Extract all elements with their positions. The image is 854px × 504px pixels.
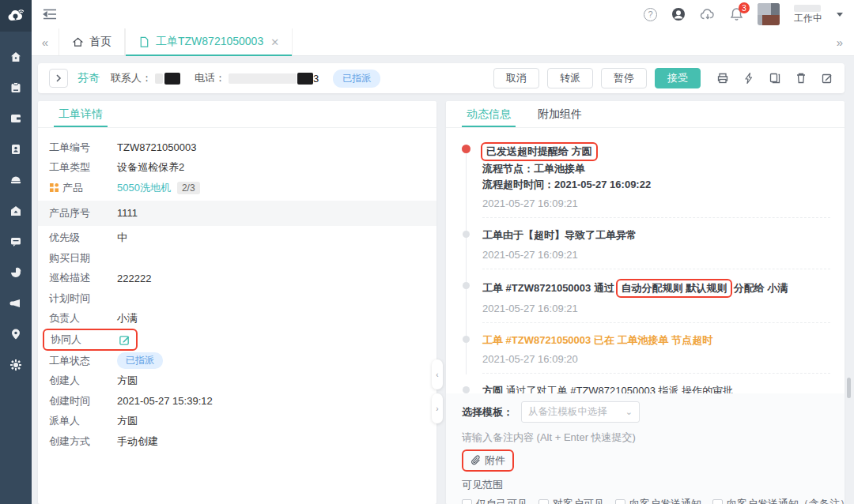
- tab-addons[interactable]: 附加组件: [538, 101, 582, 127]
- timeline-dot: [463, 336, 470, 343]
- checkbox[interactable]: [538, 499, 549, 504]
- copy-icon[interactable]: [769, 72, 781, 85]
- sidebar-collapse-icon[interactable]: [43, 8, 57, 21]
- field-value: 设备巡检保养2: [117, 160, 184, 175]
- field-row: 产品序号1111: [38, 201, 436, 226]
- order-status-badge: 已指派: [333, 70, 380, 88]
- sidebar-item-home[interactable]: [0, 41, 32, 72]
- action-button[interactable]: 取消: [493, 68, 539, 88]
- timeline-detail-line: 流程节点：工单池接单: [482, 161, 830, 177]
- sidebar-item-service-desk[interactable]: [0, 164, 32, 195]
- annotation-box: 自动分配规则 默认规则: [616, 279, 733, 298]
- annotation-box: 协同人: [43, 329, 138, 351]
- visibility-checkbox-option[interactable]: 向客户发送通知（含备注）: [712, 497, 845, 504]
- field-row: 巡检描述222222: [38, 269, 436, 289]
- visibility-checkbox-option[interactable]: 向客户发送通知: [615, 497, 701, 504]
- checkbox-label: 仅自己可见: [476, 497, 527, 504]
- action-button[interactable]: 转派: [547, 68, 593, 88]
- sidebar-item-customer-card[interactable]: [0, 134, 32, 164]
- help-icon[interactable]: ?: [644, 8, 657, 21]
- timeline-dot: [463, 282, 470, 289]
- delete-icon[interactable]: [795, 72, 807, 85]
- edit-collaborator-icon[interactable]: [119, 334, 130, 346]
- field-row: 优先级中: [38, 228, 436, 249]
- settings-icon: [9, 359, 22, 371]
- tab-activity-info[interactable]: 动态信息: [467, 101, 511, 127]
- document-icon: [138, 36, 150, 48]
- timeline-item: 工单 #TZW8721050003 已在 工单池接单 节点超时2021-05-2…: [482, 329, 830, 374]
- field-value: TZW8721050003: [117, 141, 196, 153]
- contact-label: 联系人：: [111, 71, 152, 85]
- chevron-down-icon: ⌄: [625, 407, 633, 417]
- field-value: 2021-05-27 15:39:12: [117, 395, 213, 407]
- visibility-checkbox-option[interactable]: 对客户可见: [538, 497, 604, 504]
- checkbox[interactable]: [615, 499, 625, 504]
- panel-splitter-collapse-right[interactable]: ›: [432, 393, 443, 423]
- field-label: 产品序号: [49, 206, 90, 220]
- sidebar-item-workbench[interactable]: [0, 103, 32, 134]
- template-label: 选择模板：: [462, 405, 513, 419]
- visibility-checkbox-option[interactable]: 仅自己可见: [462, 497, 527, 504]
- checkbox[interactable]: [712, 499, 723, 504]
- field-row: 购买日期: [38, 248, 436, 269]
- field-label: 负责人: [49, 311, 80, 325]
- home-icon: [72, 36, 84, 48]
- accept-button[interactable]: 接受: [655, 68, 701, 88]
- page-tab-label: 首页: [89, 35, 111, 49]
- edit-icon[interactable]: [821, 72, 833, 85]
- expand-detail-icon[interactable]: [49, 69, 68, 88]
- activity-panel: 动态信息附加组件 已发送超时提醒给 方圆流程节点：工单池接单流程超时时间：202…: [446, 101, 845, 504]
- user-status: 工作中: [794, 13, 822, 24]
- sidebar-item-message[interactable]: [0, 226, 32, 257]
- tabs-scroll-right-icon[interactable]: »: [837, 28, 854, 55]
- field-value: 小满: [117, 311, 138, 325]
- field-row: 工单状态已指派: [38, 351, 436, 371]
- field-label: 工单状态: [49, 354, 90, 368]
- panel-splitter-collapse-left[interactable]: ‹: [432, 359, 443, 389]
- sidebar-item-settings[interactable]: [0, 349, 32, 380]
- field-value: 中: [117, 231, 127, 245]
- paperclip-icon: [470, 455, 481, 466]
- caret-down-icon[interactable]: [837, 13, 843, 17]
- sidebar-item-analytics[interactable]: [0, 257, 32, 288]
- timeline-dot: [463, 231, 470, 238]
- page-tab-home[interactable]: 首页: [59, 28, 125, 55]
- template-select[interactable]: 从备注模板中选择 ⌄: [521, 401, 640, 423]
- field-row: 派单人方圆: [38, 412, 436, 432]
- timeline-item: 已发送超时提醒给 方圆流程节点：工单池接单流程超时时间：2021-05-27 1…: [482, 139, 830, 218]
- service-desk-icon: [9, 174, 22, 186]
- print-icon[interactable]: [716, 72, 729, 85]
- message-icon: [9, 235, 22, 248]
- field-row: 创建时间2021-05-27 15:39:12: [38, 391, 436, 412]
- checkbox[interactable]: [462, 499, 472, 504]
- note-input[interactable]: 请输入备注内容 (Alt + Enter 快速提交): [462, 431, 829, 445]
- field-label: 产品: [62, 181, 83, 195]
- tab-order-detail[interactable]: 工单详情: [59, 101, 103, 127]
- field-label: 工单类型: [49, 160, 90, 175]
- visibility-label: 可见范围: [462, 478, 829, 492]
- attachment-button[interactable]: 附件: [462, 449, 514, 472]
- sidebar-item-location[interactable]: [0, 318, 32, 349]
- app-logo[interactable]: [0, 0, 32, 32]
- activity-timeline: 已发送超时提醒给 方圆流程节点：工单池接单流程超时时间：2021-05-27 1…: [446, 128, 845, 409]
- sidebar-item-work-order[interactable]: [0, 72, 32, 103]
- tab-close-icon[interactable]: ✕: [270, 36, 279, 48]
- customer-name-link[interactable]: 芬奇: [77, 71, 100, 85]
- sidebar-item-warehouse[interactable]: [0, 195, 32, 226]
- page-tab-work-order[interactable]: 工单TZW8721050003✕: [125, 28, 293, 55]
- user-avatar[interactable]: [758, 3, 780, 25]
- sidebar-item-announcement[interactable]: [0, 288, 32, 318]
- field-value: 5050洗地机: [117, 181, 171, 195]
- field-label: 优先级: [49, 231, 80, 245]
- notification-bell-icon[interactable]: 3: [730, 7, 743, 21]
- user-menu[interactable]: 工作中: [794, 5, 822, 24]
- flash-icon[interactable]: [743, 72, 755, 85]
- support-avatar-icon[interactable]: [671, 7, 686, 21]
- action-button[interactable]: 暂停: [601, 68, 647, 88]
- field-label: 派单人: [49, 414, 80, 428]
- vertical-scrollbar-thumb[interactable]: [847, 378, 851, 398]
- template-select-placeholder: 从备注模板中选择: [528, 405, 607, 419]
- field-label: 计划时间: [49, 291, 90, 306]
- cloud-download-icon[interactable]: [700, 8, 716, 21]
- tabs-scroll-left-icon[interactable]: «: [32, 28, 59, 55]
